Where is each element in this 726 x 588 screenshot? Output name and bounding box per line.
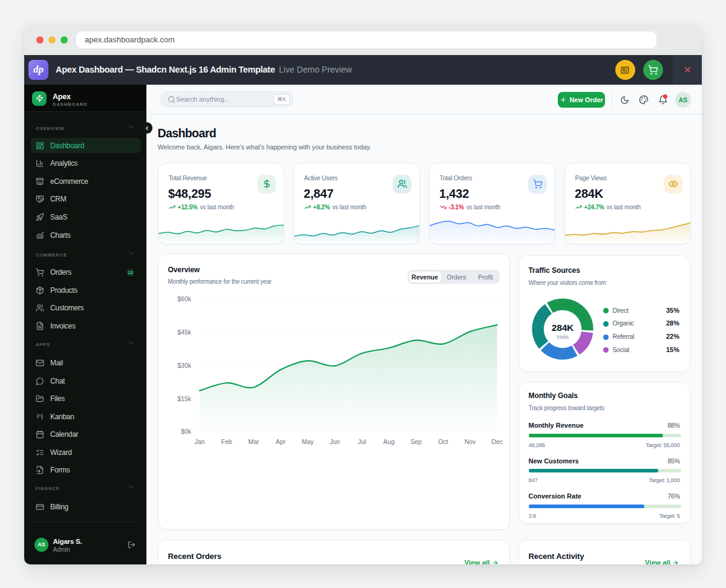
svg-text:Oct: Oct (438, 438, 448, 445)
svg-text:$15k: $15k (177, 395, 192, 402)
svg-text:Mar: Mar (248, 438, 260, 445)
svg-text:Jun: Jun (330, 438, 340, 445)
svg-text:May: May (301, 438, 314, 445)
svg-text:Sep: Sep (410, 438, 422, 445)
svg-text:Feb: Feb (221, 438, 232, 445)
svg-text:Dec: Dec (491, 438, 503, 445)
svg-text:$45k: $45k (177, 328, 192, 336)
svg-text:Nov: Nov (464, 438, 476, 445)
svg-text:$0k: $0k (181, 428, 192, 435)
svg-text:Aug: Aug (383, 438, 394, 445)
svg-text:$30k: $30k (177, 362, 192, 369)
svg-text:Jul: Jul (358, 438, 365, 445)
svg-text:Jan: Jan (194, 438, 204, 445)
svg-text:$60k: $60k (177, 295, 192, 302)
svg-text:Apr: Apr (275, 438, 286, 445)
